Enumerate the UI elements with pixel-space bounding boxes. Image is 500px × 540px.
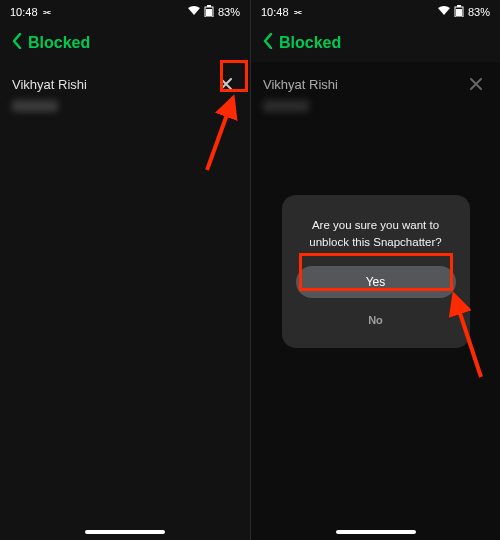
- svg-rect-2: [206, 9, 212, 16]
- screenshot-left: 10:48 ⫘ 83% Blocked Vikhyat Rishi: [0, 0, 250, 540]
- dialog-message: Are you sure you want to unblock this Sn…: [296, 217, 456, 250]
- battery-icon: [454, 5, 464, 19]
- status-bar: 10:48 ⫘ 83%: [0, 0, 250, 24]
- blocked-user-name: Vikhyat Rishi: [12, 77, 87, 92]
- svg-rect-6: [456, 9, 462, 16]
- battery-percent: 83%: [218, 6, 240, 18]
- status-bar: 10:48 ⫘ 83%: [251, 0, 500, 24]
- redaction-blur: [12, 100, 58, 112]
- home-indicator[interactable]: [336, 530, 416, 534]
- svg-line-3: [207, 98, 233, 170]
- battery-percent: 83%: [468, 6, 490, 18]
- wifi-icon: [438, 6, 450, 18]
- back-chevron-icon[interactable]: [12, 33, 22, 54]
- nfc-icon: ⫘: [293, 7, 301, 17]
- dialog-no-button[interactable]: No: [296, 310, 456, 330]
- status-time: 10:48: [261, 6, 289, 18]
- nfc-icon: ⫘: [42, 7, 50, 17]
- home-indicator[interactable]: [85, 530, 165, 534]
- back-chevron-icon[interactable]: [263, 33, 273, 54]
- wifi-icon: [188, 6, 200, 18]
- unblock-x-button[interactable]: [214, 72, 238, 96]
- dialog-yes-button[interactable]: Yes: [296, 266, 456, 298]
- screenshot-right: 10:48 ⫘ 83% Blocked Vikhyat Rishi Are yo…: [250, 0, 500, 540]
- unblock-confirm-dialog: Are you sure you want to unblock this Sn…: [282, 195, 470, 348]
- page-title: Blocked: [279, 34, 341, 52]
- page-title: Blocked: [28, 34, 90, 52]
- status-time: 10:48: [10, 6, 38, 18]
- battery-icon: [204, 5, 214, 19]
- nav-bar: Blocked: [0, 24, 250, 62]
- nav-bar: Blocked: [251, 24, 500, 62]
